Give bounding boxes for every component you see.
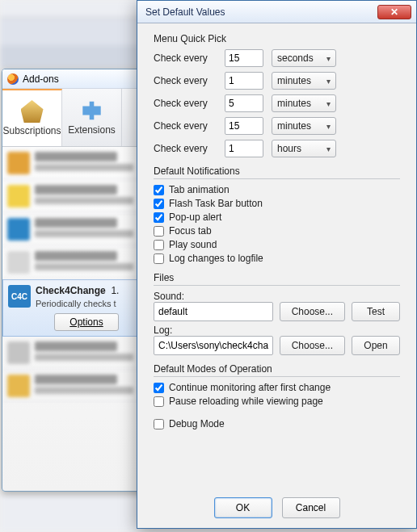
choose-log-button[interactable]: Choose...: [280, 336, 345, 355]
checkbox-pause-reloading-input[interactable]: [154, 396, 164, 407]
tab-subscriptions-label: Subscriptions: [2, 125, 61, 136]
ok-button[interactable]: OK: [214, 497, 272, 518]
open-log-button[interactable]: Open: [352, 336, 400, 355]
extensions-icon: [81, 99, 103, 122]
addons-titlebar: Add-ons: [2, 69, 143, 89]
list-item[interactable]: [2, 337, 143, 370]
pick-row-2: Check every minutes: [154, 94, 400, 112]
checkbox-tab-animation[interactable]: Tab animation: [154, 184, 400, 195]
checkbox-focus-tab-input[interactable]: [154, 226, 164, 237]
addons-window: Add-ons Subscriptions Extensions C4C Che…: [2, 69, 144, 492]
tab-extensions-label: Extensions: [68, 124, 116, 136]
pick-row-3: Check every minutes: [154, 117, 400, 135]
dialog-titlebar: Set Default Values ✕: [137, 1, 416, 23]
check-every-unit-0[interactable]: seconds: [272, 49, 336, 67]
checkbox-popup-alert-input[interactable]: [154, 212, 164, 223]
section-default-modes: Default Modes of Operation: [154, 363, 400, 377]
section-default-notifications: Default Notifications: [154, 165, 400, 179]
checkbox-continue-monitoring-input[interactable]: [154, 383, 164, 393]
check-every-label: Check every: [154, 52, 217, 64]
checkbox-focus-tab[interactable]: Focus tab: [154, 225, 400, 237]
dialog-body: Menu Quick Pick Check every seconds Chec…: [137, 23, 416, 489]
checkbox-log-to-file-input[interactable]: [154, 253, 164, 264]
checkbox-popup-alert[interactable]: Pop-up alert: [154, 212, 400, 223]
checkbox-continue-monitoring[interactable]: Continue monitoring after first change: [154, 382, 400, 393]
checkbox-play-sound-input[interactable]: [154, 240, 164, 250]
close-button[interactable]: ✕: [377, 5, 411, 19]
pick-row-1: Check every minutes: [154, 72, 400, 90]
check-every-unit-3[interactable]: minutes: [272, 117, 336, 135]
sound-field[interactable]: [154, 302, 273, 321]
check-every-value-3[interactable]: [225, 117, 263, 135]
set-default-values-dialog: Set Default Values ✕ Menu Quick Pick Che…: [137, 0, 417, 529]
section-menu-quick-pick: Menu Quick Pick: [154, 33, 400, 44]
pick-row-4: Check every hours: [154, 140, 400, 157]
check-every-label: Check every: [154, 98, 217, 109]
check-every-unit-1[interactable]: minutes: [272, 72, 336, 90]
checkbox-tab-animation-input[interactable]: [154, 185, 164, 195]
tab-subscriptions[interactable]: Subscriptions: [2, 89, 62, 146]
list-item[interactable]: [2, 147, 143, 180]
addons-tabstrip: Subscriptions Extensions: [2, 89, 143, 147]
options-button[interactable]: Options: [54, 313, 118, 331]
addon-list: C4C Check4Change 1. Periodically checks …: [2, 147, 143, 403]
dialog-button-row: OK Cancel: [137, 489, 416, 528]
log-field[interactable]: [154, 336, 273, 355]
cancel-button[interactable]: Cancel: [282, 497, 340, 518]
tab-extensions[interactable]: Extensions: [62, 89, 122, 146]
list-item-check4change[interactable]: C4C Check4Change 1. Periodically checks …: [2, 279, 143, 337]
check-every-label: Check every: [154, 120, 217, 132]
check4change-icon: C4C: [8, 285, 31, 308]
check-every-label: Check every: [154, 75, 217, 86]
sound-label: Sound:: [154, 291, 400, 302]
checkbox-flash-taskbar[interactable]: Flash Task Bar button: [154, 198, 400, 209]
list-item[interactable]: [2, 213, 143, 246]
check-every-value-4[interactable]: [225, 140, 263, 157]
check-every-label: Check every: [154, 143, 217, 154]
firefox-icon: [7, 73, 19, 85]
addon-desc: Periodically checks t: [36, 299, 137, 308]
check-every-value-0[interactable]: [225, 49, 263, 67]
addon-name: Check4Change 1.: [36, 285, 137, 296]
checkbox-debug-mode[interactable]: Debug Mode: [154, 418, 400, 429]
test-sound-button[interactable]: Test: [352, 302, 400, 321]
check-every-unit-4[interactable]: hours: [272, 140, 336, 157]
checkbox-debug-mode-input[interactable]: [154, 419, 164, 429]
list-item[interactable]: [2, 246, 143, 279]
checkbox-flash-taskbar-input[interactable]: [154, 199, 164, 209]
section-files: Files: [154, 272, 400, 286]
dialog-title: Set Default Values: [145, 6, 225, 18]
choose-sound-button[interactable]: Choose...: [280, 302, 345, 321]
log-row: Choose... Open: [154, 336, 400, 355]
pick-row-0: Check every seconds: [154, 49, 400, 67]
list-item[interactable]: [2, 370, 143, 403]
log-label: Log:: [154, 325, 400, 336]
check-every-value-2[interactable]: [225, 94, 263, 112]
checkbox-log-to-file[interactable]: Log changes to logfile: [154, 253, 400, 264]
list-item[interactable]: [2, 180, 143, 213]
close-icon: ✕: [390, 6, 398, 18]
subscriptions-icon: [21, 100, 44, 123]
check-every-value-1[interactable]: [225, 72, 263, 90]
checkbox-pause-reloading[interactable]: Pause reloading while viewing page: [154, 396, 400, 407]
addons-title: Add-ons: [23, 73, 59, 85]
sound-row: Choose... Test: [154, 302, 400, 321]
check-every-unit-2[interactable]: minutes: [272, 94, 336, 112]
checkbox-play-sound[interactable]: Play sound: [154, 239, 400, 250]
